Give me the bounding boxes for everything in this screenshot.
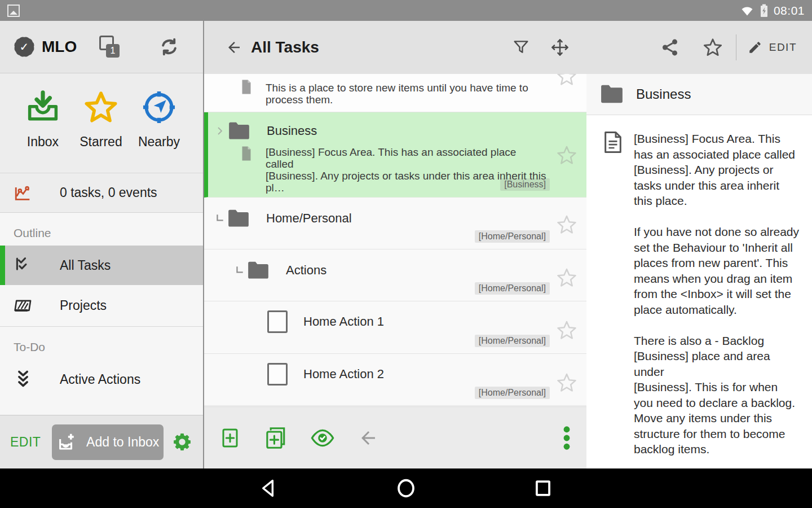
- place-tag: [Business]: [500, 178, 550, 191]
- task-panel-header: All Tasks: [204, 21, 586, 74]
- place-tag: [Home/Personal]: [475, 335, 550, 347]
- star-toggle-icon[interactable]: [555, 213, 578, 236]
- compass-icon: [140, 89, 178, 126]
- add-to-inbox-label: Add to Inbox: [86, 435, 159, 450]
- projects-icon: [14, 297, 33, 314]
- back-arrow-icon[interactable]: [358, 428, 378, 448]
- quick-access-row: Inbox Starred Nearby: [0, 73, 203, 173]
- star-toggle-icon[interactable]: [555, 266, 578, 289]
- sidebar-edit-button[interactable]: EDIT: [10, 435, 41, 450]
- place-tag: [Home/Personal]: [475, 387, 550, 399]
- profiles-count-badge: 1: [106, 44, 120, 58]
- task-title: Home Action 2: [303, 367, 384, 382]
- collapse-corner-icon[interactable]: [232, 266, 246, 275]
- expand-chevron-icon[interactable]: [213, 125, 227, 137]
- sidebar-item-projects[interactable]: Projects: [0, 285, 203, 326]
- quick-item-nearby[interactable]: Nearby: [133, 89, 185, 150]
- sidebar-item-all-tasks[interactable]: All Tasks: [0, 246, 203, 285]
- star-toggle-icon[interactable]: [555, 319, 578, 341]
- android-navbar: [0, 468, 812, 508]
- battery-charging-icon: [760, 3, 769, 18]
- add-to-inbox-icon: [56, 432, 77, 452]
- filter-icon[interactable]: [512, 38, 530, 56]
- mlo-badge-icon: ✓: [14, 36, 35, 58]
- all-tasks-icon: [14, 255, 33, 275]
- section-label-outline: Outline: [0, 213, 203, 246]
- chart-icon: [14, 183, 33, 203]
- inbox-icon: [24, 89, 61, 126]
- folder-icon: [227, 209, 250, 228]
- task-row-business[interactable]: Business [Business] Focus Area. This has…: [204, 112, 586, 198]
- detail-panel: EDIT Business [Business] Focus Area. Thi…: [586, 21, 812, 468]
- clock: 08:01: [774, 4, 805, 17]
- place-tag: [Home/Personal]: [475, 230, 550, 243]
- task-checkbox[interactable]: [267, 310, 288, 333]
- quick-item-label: Inbox: [27, 134, 59, 150]
- overflow-menu-icon[interactable]: [563, 426, 571, 450]
- add-task-icon[interactable]: [220, 427, 240, 449]
- screenshot-notification-icon: [7, 5, 20, 17]
- task-toolbar: [204, 406, 586, 468]
- note-lines-icon: [603, 131, 623, 457]
- stats-text: 0 tasks, 0 events: [60, 185, 157, 200]
- task-row-actions[interactable]: Actions [Home/Personal]: [204, 249, 586, 301]
- page-title: All Tasks: [251, 38, 319, 56]
- sidebar-footer: EDIT Add to Inbox: [0, 415, 203, 468]
- detail-title-bar: Business: [586, 74, 812, 115]
- back-icon[interactable]: [226, 39, 242, 56]
- triple-chevron-icon: [14, 370, 33, 389]
- app-brand: ✓ MLO: [14, 36, 77, 58]
- quick-item-label: Nearby: [138, 134, 180, 150]
- star-toggle-icon[interactable]: [555, 74, 578, 87]
- folder-icon: [246, 261, 270, 280]
- stats-row[interactable]: 0 tasks, 0 events: [0, 173, 203, 213]
- quick-item-label: Starred: [80, 134, 122, 150]
- nav-back-icon[interactable]: [258, 478, 280, 499]
- sidebar-header: ✓ MLO 1: [0, 21, 203, 73]
- place-tag: [Home/Personal]: [475, 282, 550, 295]
- view-eye-icon[interactable]: [310, 428, 335, 448]
- settings-gear-icon[interactable]: [171, 431, 193, 453]
- star-outline-icon[interactable]: [702, 37, 723, 58]
- add-subtask-icon[interactable]: [263, 426, 287, 450]
- task-panel: All Tasks This is a place to store new i…: [204, 21, 586, 468]
- sidebar-item-active-actions[interactable]: Active Actions: [0, 360, 203, 399]
- task-row-inbox-note[interactable]: This is a place to store new items until…: [204, 74, 586, 112]
- note-icon: [241, 80, 252, 112]
- sidebar: ✓ MLO 1: [0, 21, 204, 468]
- nav-home-icon[interactable]: [395, 478, 417, 499]
- divider: [736, 34, 736, 60]
- pencil-icon: [748, 40, 762, 55]
- profiles-icon[interactable]: 1: [98, 36, 121, 58]
- nav-recents-icon[interactable]: [532, 478, 554, 499]
- note-icon: [241, 146, 252, 194]
- star-toggle-icon[interactable]: [555, 144, 578, 167]
- detail-header: EDIT: [586, 21, 812, 74]
- detail-note: [Business] Focus Area. This has an assoc…: [586, 115, 812, 457]
- task-title: Home/Personal: [266, 211, 352, 226]
- detail-edit-button[interactable]: EDIT: [748, 40, 797, 55]
- folder-icon: [599, 84, 624, 104]
- task-row-home-action-2[interactable]: Home Action 2 [Home/Personal]: [204, 354, 586, 406]
- task-title: Home Action 1: [303, 314, 384, 329]
- detail-title: Business: [636, 86, 691, 102]
- collapse-corner-icon[interactable]: [213, 214, 227, 223]
- sidebar-item-label: All Tasks: [60, 258, 111, 273]
- sidebar-item-label: Projects: [60, 298, 107, 313]
- sync-icon[interactable]: [158, 36, 180, 58]
- detail-note-text: [Business] Focus Area. This has an assoc…: [634, 131, 802, 457]
- task-checkbox[interactable]: [267, 363, 288, 386]
- star-toggle-icon[interactable]: [555, 371, 578, 394]
- add-to-inbox-button[interactable]: Add to Inbox: [52, 424, 164, 460]
- quick-item-inbox[interactable]: Inbox: [17, 89, 69, 150]
- task-list: This is a place to store new items until…: [204, 74, 586, 406]
- quick-item-starred[interactable]: Starred: [75, 89, 127, 150]
- wifi-icon: [740, 4, 754, 17]
- sidebar-item-label: Active Actions: [60, 372, 140, 387]
- task-title: Actions: [286, 263, 326, 278]
- task-row-home-action-1[interactable]: Home Action 1 [Home/Personal]: [204, 301, 586, 354]
- task-row-home-personal[interactable]: Home/Personal [Home/Personal]: [204, 198, 586, 249]
- move-icon[interactable]: [550, 38, 570, 57]
- share-icon[interactable]: [660, 37, 679, 58]
- detail-edit-label: EDIT: [769, 41, 797, 54]
